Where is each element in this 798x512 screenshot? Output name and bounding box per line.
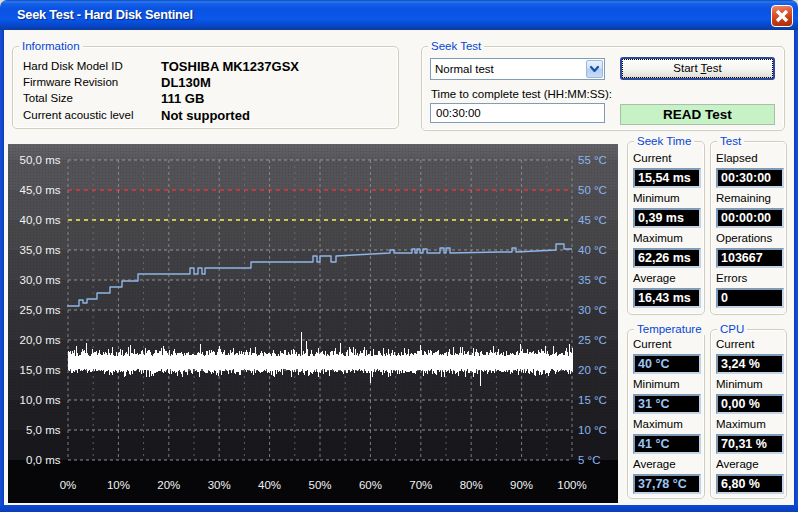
svg-text:25,0 ms: 25,0 ms: [20, 304, 61, 316]
svg-text:100%: 100%: [557, 479, 586, 491]
svg-text:50%: 50%: [308, 479, 331, 491]
svg-text:0,0 ms: 0,0 ms: [26, 454, 61, 466]
svg-text:15,0 ms: 15,0 ms: [20, 364, 61, 376]
svg-text:0%: 0%: [60, 479, 77, 491]
svg-text:10 °C: 10 °C: [578, 424, 607, 436]
svg-text:90%: 90%: [510, 479, 533, 491]
svg-text:45 °C: 45 °C: [578, 214, 607, 226]
svg-text:40,0 ms: 40,0 ms: [20, 214, 61, 226]
svg-text:5,0 ms: 5,0 ms: [26, 424, 61, 436]
svg-text:80%: 80%: [460, 479, 483, 491]
svg-text:20,0 ms: 20,0 ms: [20, 334, 61, 346]
svg-text:30 °C: 30 °C: [578, 304, 607, 316]
svg-text:5 °C: 5 °C: [578, 454, 601, 466]
svg-text:20 °C: 20 °C: [578, 364, 607, 376]
svg-text:60%: 60%: [359, 479, 382, 491]
svg-text:45,0 ms: 45,0 ms: [20, 184, 61, 196]
svg-text:10,0 ms: 10,0 ms: [20, 394, 61, 406]
svg-text:50,0 ms: 50,0 ms: [20, 154, 61, 166]
svg-text:25 °C: 25 °C: [578, 334, 607, 346]
svg-text:40 °C: 40 °C: [578, 244, 607, 256]
svg-text:30%: 30%: [208, 479, 231, 491]
svg-text:50 °C: 50 °C: [578, 184, 607, 196]
svg-text:20%: 20%: [157, 479, 180, 491]
svg-text:15 °C: 15 °C: [578, 394, 607, 406]
svg-text:40%: 40%: [258, 479, 281, 491]
svg-text:35 °C: 35 °C: [578, 274, 607, 286]
svg-text:30,0 ms: 30,0 ms: [20, 274, 61, 286]
svg-text:55 °C: 55 °C: [578, 154, 607, 166]
svg-text:10%: 10%: [107, 479, 130, 491]
svg-text:70%: 70%: [409, 479, 432, 491]
svg-text:35,0 ms: 35,0 ms: [20, 244, 61, 256]
